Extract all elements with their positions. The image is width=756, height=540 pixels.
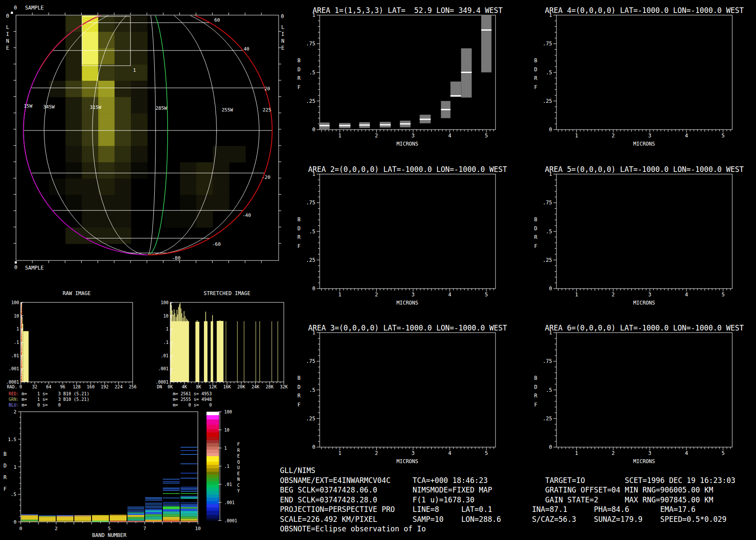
svg-text:.25: .25 (306, 257, 315, 263)
red-channel-key: RED: (9, 391, 19, 396)
svg-text:20: 20 (264, 86, 270, 92)
red-channel-stats: m= 1 s= 3 B10 (5.21) (19, 391, 89, 396)
svg-text:DN: DN (157, 384, 162, 389)
svg-text:R: R (297, 234, 301, 240)
svg-text:F: F (297, 402, 300, 408)
svg-text:100: 100 (224, 410, 232, 414)
svg-text:1: 1 (13, 464, 16, 470)
svg-text:.01: .01 (161, 353, 168, 358)
stretched-hist-plot: 100101.1.01.001.00010K4K8K12K16K20K24K28… (153, 298, 300, 391)
svg-text:.25: .25 (543, 257, 552, 263)
svg-text:3: 3 (412, 450, 415, 456)
spectrum-plot: 0.25.5.75112345MICRONSBDRF (513, 322, 742, 468)
svg-text:.75: .75 (306, 358, 315, 364)
svg-text:.75: .75 (306, 200, 315, 206)
svg-text:-20: -20 (262, 175, 270, 180)
svg-text:.5: .5 (309, 70, 315, 76)
stretched-hist-title: STRETCHED IMAGE (170, 290, 284, 296)
svg-text:2: 2 (375, 133, 378, 139)
svg-text:1: 1 (312, 171, 315, 177)
svg-text:.5: .5 (309, 387, 315, 393)
svg-text:D: D (534, 384, 537, 390)
svg-text:B: B (297, 216, 300, 222)
svg-text:.25: .25 (543, 98, 552, 104)
svg-text:.5: .5 (546, 229, 552, 235)
svg-text:.1: .1 (224, 464, 229, 469)
svg-text:B: B (534, 375, 537, 381)
svg-text:MICRONS: MICRONS (397, 458, 419, 464)
svg-text:3: 3 (648, 292, 651, 298)
svg-text:D: D (297, 226, 300, 232)
svg-text:225: 225 (263, 107, 271, 113)
svg-text:.25: .25 (306, 98, 315, 104)
svg-text:4K: 4K (182, 384, 187, 389)
svg-text:B: B (534, 57, 537, 64)
svg-text:5: 5 (721, 292, 724, 298)
svg-text:10: 10 (195, 526, 200, 531)
svg-text:MICRONS: MICRONS (397, 300, 419, 306)
svg-text:96: 96 (60, 384, 65, 389)
globe-line-axis-label-left: LINE (6, 24, 11, 51)
svg-text:2: 2 (612, 450, 615, 456)
svg-text:.1: .1 (163, 340, 168, 345)
svg-text:3: 3 (648, 450, 651, 456)
svg-text:1.5: 1.5 (8, 437, 16, 442)
globe-sample-zero-top: 0 (14, 5, 17, 11)
svg-text:2: 2 (375, 292, 378, 298)
svg-text:10: 10 (14, 314, 19, 318)
svg-text:RAD.: RAD. (7, 384, 17, 389)
svg-text:60: 60 (214, 17, 220, 23)
colorbar-axis: 100101.1.01.001.0001 (218, 408, 274, 529)
svg-text:2: 2 (375, 450, 378, 456)
globe-line-zero-left: 0 (6, 13, 9, 19)
svg-text:8K: 8K (196, 384, 201, 389)
svg-text:F: F (297, 84, 300, 90)
svg-text:.5: .5 (546, 70, 552, 76)
svg-text:1: 1 (312, 12, 315, 18)
svg-text:1: 1 (312, 330, 315, 336)
svg-text:4: 4 (685, 450, 688, 456)
globe-clipped-content: 604020-20-40-60-8015W345W315W285W255W225 (23, 6, 272, 261)
band-plot-ylabel: BDRF (3, 448, 9, 495)
svg-text:224: 224 (115, 384, 123, 389)
svg-text:2: 2 (13, 409, 16, 415)
svg-text:.75: .75 (543, 41, 552, 47)
svg-text:255W: 255W (222, 107, 233, 113)
svg-text:5: 5 (721, 450, 724, 456)
observation-metadata: GLL/NIMS OBSNAME/EXT=E4INWARMCV04C TCA=+… (280, 466, 735, 534)
svg-text:F: F (534, 402, 537, 408)
svg-text:0: 0 (312, 444, 315, 450)
svg-text:.75: .75 (543, 358, 552, 364)
svg-text:1: 1 (575, 450, 578, 456)
svg-text:R: R (534, 393, 537, 399)
raw-legend-grn: GRN: m= 1 s= 3 B10 (5.21) (9, 397, 89, 402)
svg-text:.25: .25 (306, 416, 315, 422)
spectrum-plot: 0.25.5.75112345MICRONSBDRF (276, 322, 505, 468)
svg-text:0: 0 (13, 519, 16, 525)
svg-text:20K: 20K (237, 384, 245, 389)
svg-text:.0001: .0001 (224, 518, 237, 523)
svg-text:345W: 345W (43, 104, 55, 110)
nims-display: { "globe": { "sample_zero_top": "0", "sa… (0, 0, 756, 540)
colorbar-label: FREQUENCY (237, 442, 241, 494)
globe-sample-axis-label-bottom: SAMPLE (25, 265, 44, 271)
svg-text:F: F (297, 243, 300, 249)
svg-text:10: 10 (163, 314, 168, 318)
colorbar-gradient (206, 412, 219, 521)
svg-text:.5: .5 (11, 492, 16, 497)
svg-text:40: 40 (244, 46, 249, 52)
svg-text:-80: -80 (172, 255, 181, 261)
svg-text:.75: .75 (306, 41, 315, 47)
svg-text:MICRONS: MICRONS (633, 141, 655, 147)
svg-text:1: 1 (549, 330, 552, 336)
band-plot-xlabel: BAND NUMBER (21, 532, 198, 538)
svg-text:MICRONS: MICRONS (397, 141, 419, 147)
svg-text:.001: .001 (158, 366, 168, 371)
svg-text:0: 0 (312, 127, 315, 133)
globe-sample-zero-bottom: 0 (14, 264, 17, 270)
svg-text:-60: -60 (212, 241, 221, 247)
svg-text:4: 4 (685, 292, 688, 298)
spectrum-plot: 0.25.5.75112345MICRONSBDRF (276, 4, 505, 150)
spectrum-plot: 0.25.5.75112345MICRONSBDRF (276, 163, 505, 309)
svg-text:R: R (534, 75, 537, 81)
